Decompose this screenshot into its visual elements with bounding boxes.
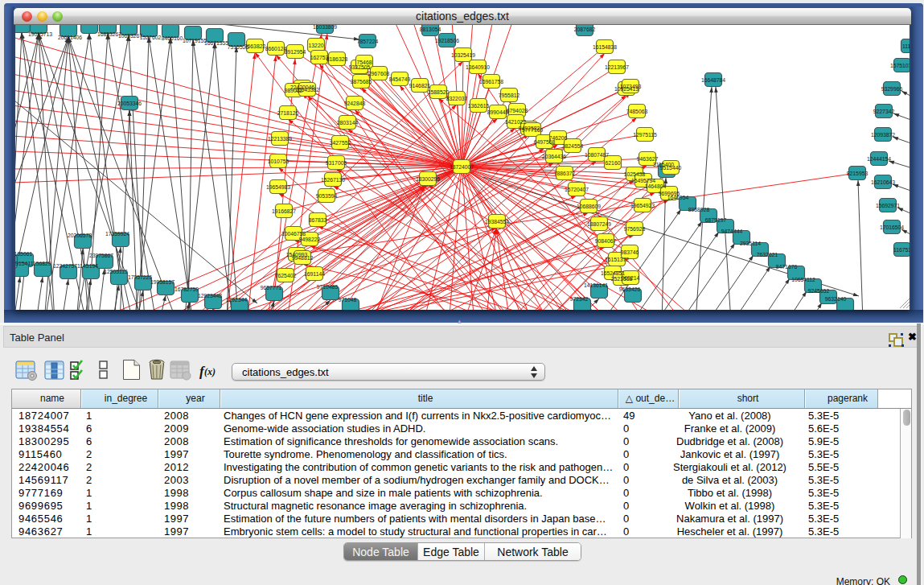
svg-text:10046758: 10046758 — [281, 231, 306, 237]
svg-text:18300295: 18300295 — [416, 176, 440, 182]
svg-text:983746: 983746 — [621, 249, 639, 255]
svg-text:9632140: 9632140 — [825, 296, 847, 302]
svg-text:20364436: 20364436 — [542, 154, 566, 159]
svg-text:75468: 75468 — [357, 60, 372, 65]
svg-text:9245652: 9245652 — [808, 288, 830, 294]
svg-text:12213967: 12213967 — [605, 64, 629, 70]
svg-text:17359924: 17359924 — [105, 231, 129, 237]
svg-text:17957225: 17957225 — [128, 274, 152, 280]
svg-text:(x): (x) — [204, 366, 216, 377]
svg-text:15720407: 15720407 — [565, 187, 589, 192]
svg-text:13640910: 13640910 — [466, 64, 490, 70]
svg-text:10325419: 10325419 — [451, 52, 475, 58]
svg-text:19055713: 19055713 — [28, 31, 52, 37]
svg-text:23975867: 23975867 — [89, 253, 113, 258]
svg-text:9710485: 9710485 — [317, 284, 339, 290]
svg-text:11156829: 11156829 — [27, 261, 51, 266]
svg-text:12505115: 12505115 — [104, 269, 128, 274]
svg-text:12213389: 12213389 — [268, 136, 292, 142]
svg-text:9146821: 9146821 — [409, 83, 431, 89]
svg-text:8454749: 8454749 — [389, 76, 411, 82]
svg-text:9699695: 9699695 — [659, 191, 680, 196]
svg-text:8912954: 8912954 — [285, 49, 306, 55]
svg-text:2967608: 2967608 — [368, 71, 390, 76]
svg-text:12923448: 12923448 — [198, 293, 222, 299]
svg-text:7632621: 7632621 — [757, 252, 778, 257]
svg-text:969214: 969214 — [622, 275, 640, 281]
svg-text:7886372: 7886372 — [554, 171, 576, 176]
svg-text:10654112: 10654112 — [791, 277, 815, 282]
svg-text:8660124: 8660124 — [265, 46, 287, 51]
svg-text:15751074: 15751074 — [890, 63, 910, 68]
svg-text:19958157: 19958157 — [150, 279, 175, 285]
svg-text:971048: 971048 — [339, 297, 357, 303]
svg-text:7857224: 7857224 — [357, 39, 379, 44]
svg-text:8215953: 8215953 — [847, 171, 869, 176]
svg-text:17016504: 17016504 — [880, 225, 904, 230]
svg-text:14136141: 14136141 — [584, 282, 608, 288]
svg-text:2803144: 2803144 — [337, 120, 359, 126]
svg-text:1362615: 1362615 — [468, 103, 490, 109]
svg-text:9329966: 9329966 — [881, 86, 903, 92]
svg-text:9756928: 9756928 — [624, 226, 646, 232]
svg-text:8471676: 8471676 — [776, 264, 798, 270]
svg-text:13220: 13220 — [309, 43, 324, 48]
svg-text:16210643: 16210643 — [871, 179, 895, 185]
svg-text:1588520: 1588520 — [428, 89, 450, 95]
svg-text:8186328: 8186328 — [326, 56, 348, 62]
svg-text:20691406: 20691406 — [58, 35, 82, 40]
svg-text:16961758: 16961758 — [479, 79, 503, 84]
svg-text:2087682: 2087682 — [574, 27, 596, 32]
svg-text:16782759: 16782759 — [175, 286, 199, 292]
svg-text:3875685: 3875685 — [351, 79, 372, 84]
svg-text:746206: 746206 — [549, 135, 568, 141]
svg-text:62160: 62160 — [606, 160, 621, 166]
svg-text:20053346: 20053346 — [117, 101, 142, 106]
svg-text:1145194: 1145194 — [77, 263, 98, 269]
svg-text:12093872: 12093872 — [871, 132, 895, 138]
svg-text:1421022: 1421022 — [505, 119, 527, 125]
svg-text:9463627: 9463627 — [637, 156, 659, 162]
svg-text:16671355: 16671355 — [204, 40, 228, 46]
svg-text:1010755: 1010755 — [268, 159, 290, 164]
svg-text:116753: 116753 — [893, 247, 910, 253]
svg-text:16033809: 16033809 — [313, 25, 337, 30]
svg-text:6879197: 6879197 — [705, 217, 727, 223]
svg-text:9657771: 9657771 — [261, 285, 282, 290]
svg-text:7955812: 7955812 — [499, 93, 520, 98]
svg-text:18807249: 18807249 — [587, 221, 611, 227]
svg-text:20206578: 20206578 — [68, 233, 92, 238]
svg-text:19218506: 19218506 — [435, 38, 459, 43]
svg-text:8958928: 8958928 — [688, 207, 710, 212]
svg-text:10688609: 10688609 — [577, 204, 601, 209]
svg-text:972342: 972342 — [570, 296, 589, 302]
svg-text:12444154: 12444154 — [867, 156, 891, 162]
svg-text:9777169: 9777169 — [522, 127, 544, 133]
svg-text:1464804: 1464804 — [645, 183, 667, 189]
svg-text:1691144: 1691144 — [304, 271, 325, 277]
svg-text:16151372: 16151372 — [605, 257, 629, 262]
svg-text:8322037: 8322037 — [446, 96, 468, 101]
svg-text:9084067: 9084067 — [595, 238, 617, 244]
svg-text:7135061: 7135061 — [15, 251, 32, 257]
svg-text:12342757: 12342757 — [53, 263, 77, 269]
svg-text:9948812: 9948812 — [292, 255, 314, 261]
svg-text:16648784: 16648784 — [701, 77, 725, 83]
svg-text:15692971: 15692971 — [876, 203, 900, 208]
svg-text:2935114: 2935114 — [740, 241, 761, 246]
svg-text:3824554: 3824554 — [562, 143, 584, 149]
svg-text:9053594: 9053594 — [316, 193, 338, 199]
svg-text:18724007: 18724007 — [450, 164, 474, 170]
svg-text:11174: 11174 — [902, 43, 910, 49]
svg-text:9327505: 9327505 — [349, 64, 371, 70]
svg-text:9317005: 9317005 — [326, 160, 347, 166]
svg-text:15267130: 15267130 — [321, 177, 345, 183]
svg-text:19654923: 19654923 — [630, 203, 655, 208]
svg-text:9498222: 9498222 — [299, 237, 321, 242]
svg-text:19384554: 19384554 — [485, 219, 509, 225]
svg-text:10653267: 10653267 — [118, 33, 142, 39]
svg-text:2718126: 2718126 — [277, 110, 299, 116]
svg-text:8813054: 8813054 — [420, 27, 441, 32]
svg-text:7625402: 7625402 — [275, 273, 297, 278]
svg-text:8466160: 8466160 — [162, 35, 183, 41]
